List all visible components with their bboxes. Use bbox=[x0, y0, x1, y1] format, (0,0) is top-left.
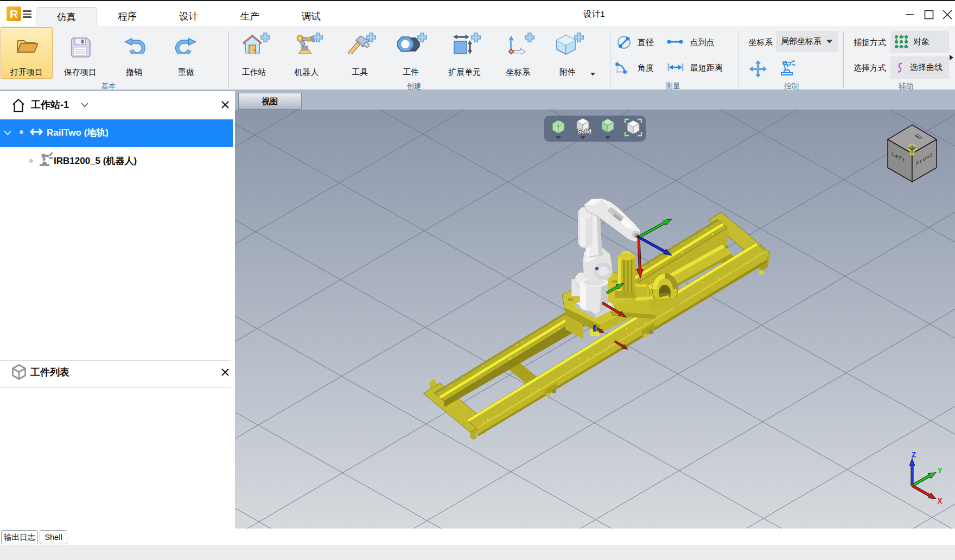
svg-text:Z: Z bbox=[911, 451, 916, 460]
svg-text:Y: Y bbox=[937, 467, 942, 476]
svg-text:Solid: Solid bbox=[577, 128, 591, 135]
svg-text:X: X bbox=[937, 497, 942, 506]
